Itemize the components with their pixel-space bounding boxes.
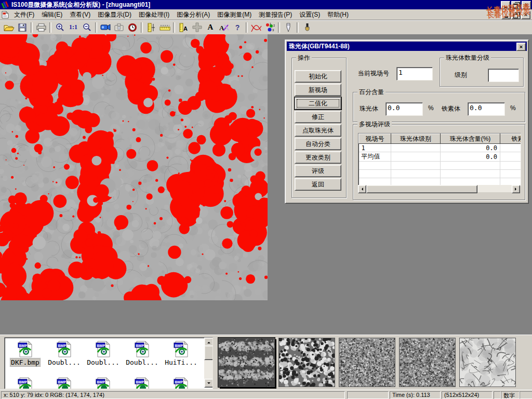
table-h-scrollbar[interactable] — [358, 185, 520, 192]
mdi-minimize-button[interactable] — [501, 11, 511, 19]
move-cross-icon[interactable] — [190, 21, 204, 34]
file-item[interactable]: BMP — [84, 377, 123, 389]
operation-button[interactable]: 新视场 — [295, 84, 341, 96]
menu-item[interactable]: 编辑(E) — [38, 9, 66, 20]
open-file-icon[interactable] — [2, 21, 16, 34]
actual-size-icon[interactable]: 1:1 — [66, 21, 80, 34]
operation-button[interactable]: 更改类别 — [295, 151, 341, 164]
cell-view: 平均值 — [359, 152, 391, 162]
file-item[interactable]: BMP Doubl... — [84, 341, 123, 366]
menu-item[interactable]: 设置(S) — [296, 9, 324, 20]
mdi-close-button[interactable]: × — [521, 11, 530, 19]
text-label-icon[interactable]: A — [204, 21, 217, 34]
file-list[interactable]: BMP DKF.bmp BMP — [4, 337, 213, 389]
file-row-1: BMP DKF.bmp BMP — [6, 341, 201, 366]
menu-item[interactable]: 文件(F) — [10, 9, 38, 20]
file-name[interactable]: HuiTi... — [164, 358, 198, 366]
ferrite-percent-input[interactable]: 0.0 — [468, 102, 505, 116]
text-style-icon[interactable]: A — [217, 21, 231, 34]
menu-item[interactable]: 图像显示(D) — [94, 9, 135, 20]
thumbnail-fine-speckle-b[interactable] — [399, 338, 456, 387]
pin-tool-icon[interactable] — [282, 21, 295, 34]
phase-marker-dots-icon[interactable]: 12 3 — [263, 21, 276, 34]
save-icon[interactable] — [16, 21, 29, 34]
pearlite-percent-unit: % — [428, 104, 434, 112]
timer-clock-icon[interactable] — [126, 21, 139, 34]
mdi-restore-button[interactable] — [511, 11, 521, 19]
close-button[interactable]: × — [522, 1, 531, 9]
dialog-title-bar[interactable]: 珠光体(GB/T9441-88) × — [287, 42, 527, 51]
file-list-scrollbar[interactable] — [204, 338, 212, 388]
thumbnail-fine-speckle-a[interactable] — [339, 338, 395, 387]
operation-button[interactable]: 初始化 — [295, 70, 341, 83]
toolbar-separator — [246, 22, 248, 33]
file-item[interactable]: BMP Doubl... — [45, 341, 84, 366]
table-row[interactable] — [359, 162, 522, 170]
cell-pearlite: 0.0 — [441, 144, 500, 152]
print-icon[interactable] — [34, 21, 48, 34]
file-name[interactable]: Doubl... — [47, 358, 81, 366]
current-view-input[interactable]: 1 — [396, 67, 433, 81]
micrograph-image[interactable] — [0, 34, 268, 300]
grade-group: 珠光体数量分级 级别 — [440, 58, 524, 87]
zoom-out-icon[interactable] — [80, 21, 94, 34]
operation-button[interactable]: 自动分类 — [295, 138, 341, 150]
camera-icon[interactable] — [112, 21, 126, 34]
scrollbar-thumb[interactable] — [204, 345, 213, 360]
menu-item[interactable]: 测量报告(P) — [255, 9, 296, 20]
thumbnail-coarse-phase[interactable] — [278, 338, 335, 387]
scroll-down-icon[interactable] — [204, 379, 213, 388]
operation-button[interactable]: 点取珠光体 — [295, 124, 341, 137]
curve-measure-icon[interactable] — [249, 21, 263, 34]
zoom-in-icon[interactable] — [53, 21, 66, 34]
scrollbar-thumb[interactable] — [366, 185, 477, 193]
operation-button[interactable]: 评级 — [295, 165, 341, 177]
col-header-view[interactable]: 视场号 — [359, 134, 391, 144]
thumbnail-graphite-flakes[interactable] — [459, 338, 516, 387]
vertical-ruler-icon[interactable] — [144, 21, 158, 34]
video-capture-icon[interactable] — [99, 21, 112, 34]
file-name[interactable]: DKF.bmp — [10, 358, 40, 366]
file-item[interactable]: BMP — [6, 377, 45, 389]
image-size-status: (512x512x24) — [442, 391, 493, 399]
mode-status: 数字 — [501, 391, 520, 399]
menu-item[interactable]: 图像测量(M) — [214, 9, 255, 20]
col-header-ferrite[interactable]: 铁素体 — [500, 134, 522, 144]
operation-button[interactable]: 二值化 — [295, 97, 341, 110]
file-name[interactable]: Doubl... — [125, 358, 159, 366]
horizontal-ruler-icon[interactable] — [158, 21, 171, 34]
file-item[interactable]: BMP — [162, 377, 201, 389]
scroll-left-icon[interactable] — [358, 185, 366, 193]
file-item[interactable]: BMP Doubl... — [123, 341, 162, 366]
thumbnail-banded-structure[interactable] — [218, 338, 275, 387]
pearlite-percent-input[interactable]: 0.0 — [385, 102, 423, 116]
file-item[interactable]: BMP HuiTi... — [162, 341, 201, 366]
document-icon[interactable] — [0, 8, 10, 21]
menu-item[interactable]: 帮助(H) — [324, 9, 352, 20]
table-row[interactable]: 1 0.0 — [359, 144, 522, 152]
scroll-right-icon[interactable] — [512, 185, 520, 193]
help-icon[interactable]: ? — [231, 21, 244, 34]
restore-button[interactable] — [511, 1, 521, 9]
table-row[interactable]: 平均值 0.0 — [359, 152, 522, 162]
col-header-pearlite[interactable]: 珠光体含量(%) — [441, 134, 500, 144]
file-item[interactable]: BMP — [45, 377, 84, 389]
table-row[interactable] — [359, 170, 522, 178]
operation-button[interactable]: 修正 — [295, 111, 341, 123]
menu-item[interactable]: 图像分析(A) — [173, 9, 214, 20]
operation-button[interactable]: 返回 — [295, 178, 341, 191]
calibration-ruler-icon[interactable]: A — [177, 21, 190, 34]
file-name[interactable]: Doubl... — [86, 358, 120, 366]
menu-item[interactable]: 图像处理(I) — [135, 9, 173, 20]
bmp-file-icon: BMP — [135, 341, 150, 357]
menu-item[interactable]: 查看(V) — [66, 9, 94, 20]
col-header-grade[interactable]: 珠光体级别 — [391, 134, 441, 144]
minimize-button[interactable] — [501, 1, 510, 9]
cell-ferrite — [500, 152, 522, 162]
file-item[interactable]: BMP — [123, 377, 162, 389]
rating-table[interactable]: 视场号 珠光体级别 珠光体含量(%) 铁素体 1 0.0 平均值 — [358, 133, 521, 186]
brush-tool-icon[interactable] — [300, 21, 314, 34]
dialog-close-icon[interactable]: × — [516, 43, 526, 51]
file-item[interactable]: BMP DKF.bmp — [6, 341, 45, 366]
grade-level-input[interactable] — [488, 69, 519, 82]
